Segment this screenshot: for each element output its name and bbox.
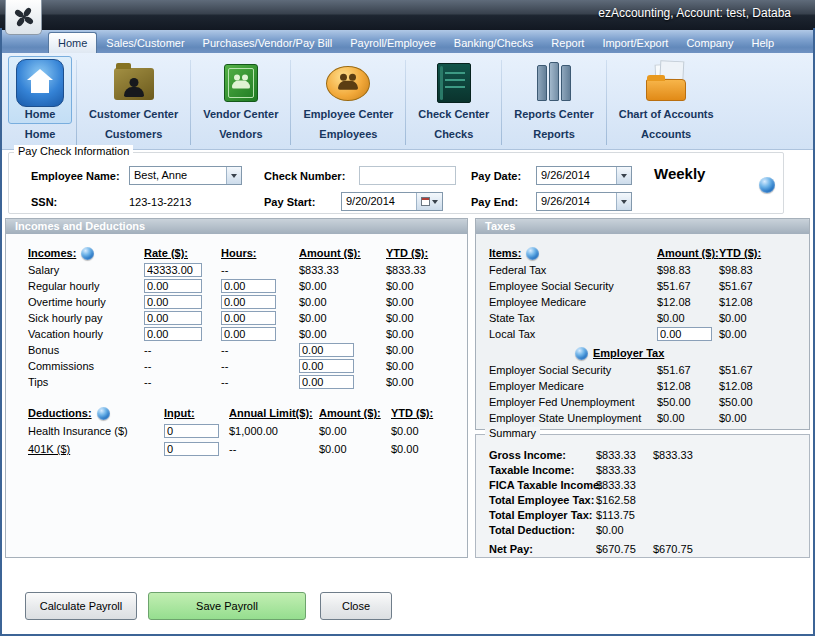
- income-label: Bonus: [28, 344, 144, 356]
- check-number-input[interactable]: [359, 166, 456, 185]
- income-row-bonus: Bonus -- -- $0.00: [28, 342, 467, 358]
- app-logo-icon[interactable]: [5, 0, 42, 35]
- calendar-dropdown-button[interactable]: [416, 193, 442, 210]
- folder-shape: [646, 79, 686, 101]
- paycheck-help-globe-icon[interactable]: [759, 177, 775, 193]
- tab-home[interactable]: Home: [48, 32, 97, 53]
- summary-row-fica-taxable-income: FICA Taxable Income: $833.33: [489, 477, 809, 492]
- person-silhouette: [124, 87, 144, 97]
- rate-input[interactable]: [144, 311, 202, 325]
- ytd-value: $51.67: [719, 364, 809, 376]
- home-icon: [16, 59, 64, 107]
- rate-input[interactable]: [144, 263, 202, 277]
- income-label: Overtime hourly: [28, 296, 144, 308]
- tab-payroll-employee[interactable]: Payroll/Employee: [341, 33, 445, 53]
- hours-input[interactable]: [221, 311, 276, 325]
- employee-name-select[interactable]: Best, Anne: [129, 166, 242, 185]
- amount-value: $833.33: [596, 449, 653, 461]
- toolbar-employees-category[interactable]: Employees: [319, 128, 377, 140]
- ytd-value: $0.00: [386, 312, 467, 324]
- toolbar-home-category[interactable]: Home: [25, 128, 56, 140]
- deductions-title: Deductions:: [28, 407, 92, 419]
- toolbar-reports-center-label: Reports Center: [514, 108, 593, 120]
- amount-input[interactable]: [299, 343, 354, 357]
- pay-date-select[interactable]: 9/26/2014: [536, 166, 632, 185]
- pay-date-value: 9/26/2014: [537, 167, 616, 184]
- amount-value: $162.58: [596, 494, 653, 506]
- deduction-input[interactable]: [164, 442, 219, 456]
- binder-shape: [549, 62, 559, 101]
- employer-tax-help-globe-icon[interactable]: [575, 347, 588, 360]
- summary-label: Taxable Income:: [489, 464, 596, 476]
- ytd-value: $670.75: [653, 543, 809, 555]
- hours-value: --: [221, 264, 299, 276]
- toolbar-reports-center-button[interactable]: Reports Center: [506, 56, 601, 124]
- toolbar-customers-category[interactable]: Customers: [105, 128, 162, 140]
- toolbar-vendors-category[interactable]: Vendors: [219, 128, 262, 140]
- dropdown-button[interactable]: [616, 167, 631, 184]
- toolbar-chart-of-accounts-button[interactable]: Chart of Accounts: [611, 56, 722, 124]
- pay-end-select[interactable]: 9/26/2014: [536, 192, 632, 211]
- vendor-center-icon: [217, 59, 265, 107]
- income-label: Salary: [28, 264, 144, 276]
- toolbar-home-label: Home: [25, 108, 56, 120]
- toolbar-item-chart-of-accounts: Chart of Accounts Accounts: [608, 56, 725, 140]
- rate-input[interactable]: [144, 327, 202, 341]
- tab-help[interactable]: Help: [742, 33, 783, 53]
- toolbar-checks-category[interactable]: Checks: [434, 128, 473, 140]
- pay-start-datepicker[interactable]: 9/20/2014: [341, 192, 443, 211]
- amount-input[interactable]: [299, 359, 354, 373]
- input-column-header: Input:: [164, 407, 229, 419]
- save-payroll-button[interactable]: Save Payroll: [148, 592, 306, 620]
- toolbar-reports-category[interactable]: Reports: [533, 128, 575, 140]
- toolbar-customer-center-button[interactable]: Customer Center: [81, 56, 186, 124]
- tax-row-employer-state-unemployment: Employer State Unemployment $0.00 $0.00: [489, 410, 809, 426]
- deductions-header-row: Deductions: Input: Annual Limit($): Amou…: [28, 404, 467, 422]
- calculate-payroll-button[interactable]: Calculate Payroll: [25, 592, 137, 620]
- taxes-help-globe-icon[interactable]: [526, 247, 539, 260]
- tab-banking-checks[interactable]: Banking/Checks: [445, 33, 543, 53]
- local-tax-input[interactable]: [657, 327, 712, 341]
- toolbar-check-center-button[interactable]: Check Center: [410, 56, 497, 124]
- dropdown-button[interactable]: [616, 193, 631, 210]
- tax-label: Employer Medicare: [489, 380, 657, 392]
- rate-column-header: Rate ($):: [144, 247, 221, 259]
- toolbar-vendor-center-button[interactable]: Vendor Center: [195, 56, 286, 124]
- hours-input[interactable]: [221, 295, 276, 309]
- deduction-label: 401K ($): [28, 443, 164, 455]
- toolbar-accounts-category[interactable]: Accounts: [641, 128, 691, 140]
- hours-input[interactable]: [221, 327, 276, 341]
- tab-purchases-vendor-pay-bill[interactable]: Purchases/Vendor/Pay Bill: [194, 33, 342, 53]
- amount-value: $0.00: [657, 412, 719, 424]
- toolbar-separator: [76, 60, 77, 145]
- dropdown-button[interactable]: [226, 167, 241, 184]
- amount-value: $833.33: [596, 464, 653, 476]
- tab-import-export[interactable]: Import/Export: [593, 33, 677, 53]
- tax-label: State Tax: [489, 312, 657, 324]
- incomes-deductions-panel: Incomes and Deductions Incomes: Rate ($)…: [5, 218, 468, 558]
- rate-input[interactable]: [144, 279, 202, 293]
- amount-input[interactable]: [299, 375, 354, 389]
- tab-report[interactable]: Report: [542, 33, 593, 53]
- deductions-help-globe-icon[interactable]: [97, 407, 110, 420]
- summary-label: Net Pay:: [489, 543, 596, 555]
- tax-row-local-tax: Local Tax $0.00: [489, 326, 809, 342]
- rate-value: --: [144, 344, 221, 356]
- employer-tax-header: Employer Tax: [575, 344, 809, 362]
- calendar-icon: [421, 197, 430, 206]
- toolbar-home-button[interactable]: Home: [8, 56, 72, 124]
- ssn-label: SSN:: [31, 196, 57, 208]
- summary-label: Gross Income:: [489, 449, 596, 461]
- rate-input[interactable]: [144, 295, 202, 309]
- summary-row-net-pay: Net Pay: $670.75 $670.75: [489, 541, 809, 556]
- amount-value: $12.08: [657, 296, 719, 308]
- hours-input[interactable]: [221, 279, 276, 293]
- tab-company[interactable]: Company: [677, 33, 742, 53]
- toolbar-employee-center-button[interactable]: Employee Center: [295, 56, 401, 124]
- tax-label: Employee Medicare: [489, 296, 657, 308]
- summary-row-total-deduction: Total Deduction: $0.00: [489, 522, 809, 537]
- deduction-input[interactable]: [164, 424, 219, 438]
- incomes-help-globe-icon[interactable]: [81, 247, 94, 260]
- close-button[interactable]: Close: [320, 592, 392, 620]
- tab-sales-customer[interactable]: Sales/Customer: [97, 33, 193, 53]
